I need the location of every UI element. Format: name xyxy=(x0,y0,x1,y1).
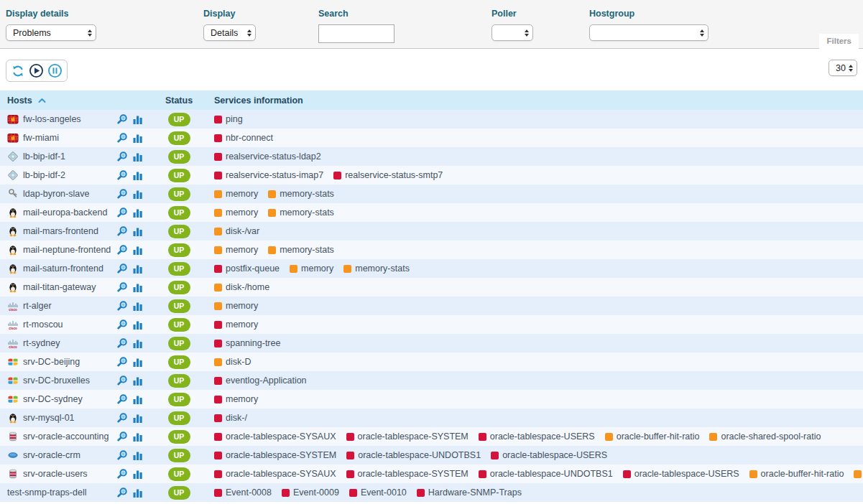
magnifier-icon[interactable] xyxy=(116,449,128,461)
chart-icon[interactable] xyxy=(133,469,143,480)
chart-icon[interactable] xyxy=(133,431,143,442)
service-link[interactable]: memory-stats xyxy=(268,189,334,199)
host-name[interactable]: test-snmp-traps-dell xyxy=(7,487,86,498)
service-link[interactable]: oracle-tablespace-USERS xyxy=(623,469,739,479)
chart-icon[interactable] xyxy=(133,114,143,125)
service-link[interactable]: oracle-tablespace-SYSTEM xyxy=(346,431,469,442)
host-name[interactable]: rt-moscou xyxy=(23,319,63,330)
service-link[interactable]: memory-stats xyxy=(268,207,334,218)
service-link[interactable]: memory-stats xyxy=(343,263,410,274)
service-link[interactable]: oracle-tablespace-USERS xyxy=(479,431,595,442)
magnifier-icon[interactable] xyxy=(116,375,128,386)
host-name[interactable]: rt-sydney xyxy=(23,338,60,348)
host-name[interactable]: mail-europa-backend xyxy=(23,207,107,218)
service-link[interactable]: memory-stats xyxy=(268,245,334,255)
magnifier-icon[interactable] xyxy=(116,132,128,144)
chart-icon[interactable] xyxy=(133,245,143,256)
chart-icon[interactable] xyxy=(133,487,143,498)
magnifier-icon[interactable] xyxy=(116,151,128,162)
chart-icon[interactable] xyxy=(133,189,143,200)
chart-icon[interactable] xyxy=(133,394,143,405)
magnifier-icon[interactable] xyxy=(116,225,128,237)
service-link[interactable]: disk-/ xyxy=(214,413,247,423)
service-link[interactable]: memory xyxy=(214,301,258,311)
magnifier-icon[interactable] xyxy=(116,487,128,498)
service-link[interactable]: Event-0010 xyxy=(349,487,407,498)
host-name[interactable]: mail-mars-frontend xyxy=(23,226,98,236)
host-name[interactable]: srv-mysql-01 xyxy=(23,413,75,423)
service-link[interactable]: oracle-tablespace-UNDOTBS1 xyxy=(479,469,613,479)
service-link[interactable]: spanning-tree xyxy=(214,338,280,348)
host-name[interactable]: lb-bip-idf-2 xyxy=(23,170,65,180)
service-link[interactable]: oracle-tablespace-SYSAUX xyxy=(214,469,336,479)
service-link[interactable]: oracle-shared-spool-ratio xyxy=(854,469,863,479)
chart-icon[interactable] xyxy=(133,170,143,181)
pause-icon[interactable] xyxy=(47,63,63,78)
host-name[interactable]: mail-saturn-frontend xyxy=(23,263,103,274)
service-link[interactable]: postfix-queue xyxy=(214,263,280,274)
service-link[interactable]: Hardware-SNMP-Traps xyxy=(417,487,522,498)
magnifier-icon[interactable] xyxy=(116,319,128,330)
chart-icon[interactable] xyxy=(133,338,143,349)
service-link[interactable]: memory xyxy=(214,394,258,404)
chart-icon[interactable] xyxy=(133,151,143,162)
service-link[interactable]: memory xyxy=(214,207,258,218)
magnifier-icon[interactable] xyxy=(116,412,128,424)
service-link[interactable]: ping xyxy=(214,114,243,124)
service-link[interactable]: nbr-connect xyxy=(214,133,273,143)
chart-icon[interactable] xyxy=(133,263,143,274)
display-select[interactable]: Details xyxy=(203,24,256,41)
chart-icon[interactable] xyxy=(133,207,143,218)
service-link[interactable]: eventlog-Application xyxy=(214,375,307,386)
magnifier-icon[interactable] xyxy=(116,300,128,312)
service-link[interactable]: oracle-tablespace-SYSTEM xyxy=(346,469,469,479)
service-link[interactable]: memory xyxy=(214,189,258,199)
service-link[interactable]: Event-0009 xyxy=(282,487,339,498)
column-header-hosts[interactable]: Hosts xyxy=(0,95,154,106)
search-input[interactable] xyxy=(318,24,394,43)
magnifier-icon[interactable] xyxy=(116,207,128,218)
host-name[interactable]: fw-los-angeles xyxy=(23,114,81,124)
magnifier-icon[interactable] xyxy=(116,356,128,368)
service-link[interactable]: oracle-buffer-hit-ratio xyxy=(605,431,700,442)
magnifier-icon[interactable] xyxy=(116,281,128,293)
service-link[interactable]: oracle-buffer-hit-ratio xyxy=(749,469,844,479)
service-link[interactable]: realservice-status-smtp7 xyxy=(333,170,443,180)
service-link[interactable]: oracle-tablespace-UNDOTBS1 xyxy=(346,450,481,460)
display-details-select[interactable]: Problems xyxy=(6,24,96,41)
magnifier-icon[interactable] xyxy=(116,393,128,405)
service-link[interactable]: memory xyxy=(214,245,258,255)
column-header-services[interactable]: Services information xyxy=(203,95,863,106)
host-name[interactable]: fw-miami xyxy=(23,133,59,143)
play-icon[interactable] xyxy=(29,63,44,78)
magnifier-icon[interactable] xyxy=(116,188,128,200)
chart-icon[interactable] xyxy=(133,319,143,330)
service-link[interactable]: memory xyxy=(214,319,258,330)
service-link[interactable]: oracle-tablespace-USERS xyxy=(491,450,607,460)
host-name[interactable]: lb-bip-idf-1 xyxy=(23,151,65,162)
poller-select[interactable] xyxy=(492,24,533,41)
magnifier-icon[interactable] xyxy=(116,169,128,181)
column-header-status[interactable]: Status xyxy=(154,95,203,106)
chart-icon[interactable] xyxy=(133,226,143,237)
host-name[interactable]: ldap-byron-slave xyxy=(23,189,89,199)
hostgroup-select[interactable] xyxy=(589,24,709,41)
chart-icon[interactable] xyxy=(133,357,143,368)
host-name[interactable]: srv-oracle-accounting xyxy=(23,431,109,442)
page-size-select[interactable]: 30 xyxy=(829,60,857,76)
magnifier-icon[interactable] xyxy=(116,244,128,256)
magnifier-icon[interactable] xyxy=(116,113,128,125)
host-name[interactable]: mail-neptune-frontend xyxy=(23,245,111,255)
service-link[interactable]: memory xyxy=(290,263,333,274)
service-link[interactable]: Event-0008 xyxy=(214,487,272,498)
refresh-icon[interactable] xyxy=(11,64,25,78)
service-link[interactable]: realservice-status-ldap2 xyxy=(214,151,321,162)
service-link[interactable]: oracle-shared-spool-ratio xyxy=(709,431,821,442)
host-name[interactable]: srv-oracle-crm xyxy=(23,450,80,460)
host-name[interactable]: srv-DC-bruxelles xyxy=(23,375,90,386)
service-link[interactable]: disk-D xyxy=(214,357,251,367)
host-name[interactable]: rt-alger xyxy=(23,301,52,311)
chart-icon[interactable] xyxy=(133,413,143,424)
host-name[interactable]: srv-DC-sydney xyxy=(23,394,83,404)
chart-icon[interactable] xyxy=(133,301,143,312)
